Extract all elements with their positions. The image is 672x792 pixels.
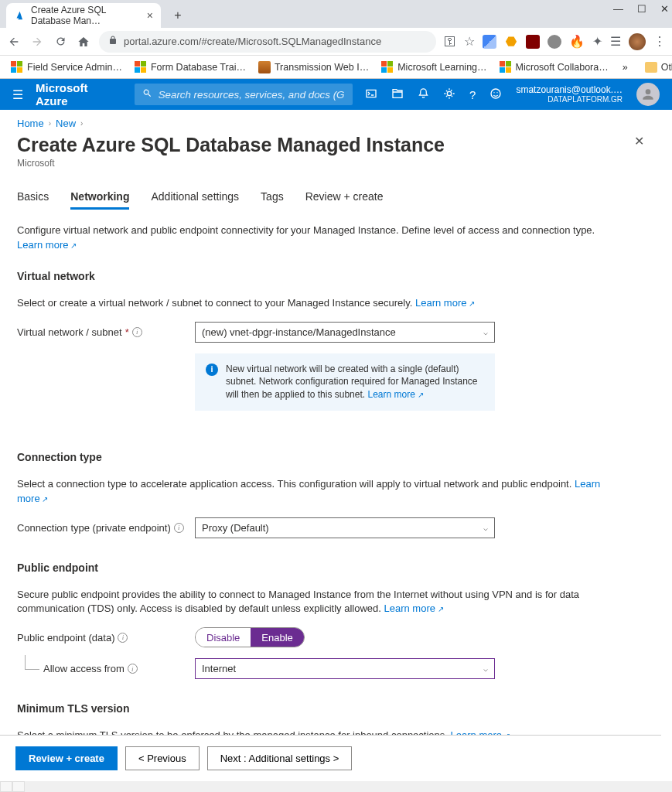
connection-type-select[interactable]: Proxy (Default) ⌵ bbox=[195, 517, 495, 538]
learn-more-link[interactable]: Learn more bbox=[367, 389, 423, 400]
tab-review-create[interactable]: Review + create bbox=[305, 190, 384, 210]
address-bar[interactable]: portal.azure.com/#create/Microsoft.SQLMa… bbox=[99, 31, 436, 53]
pub-field-label: Public endpoint (data) i bbox=[17, 632, 195, 644]
toggle-disable[interactable]: Disable bbox=[196, 628, 251, 647]
learn-more-link[interactable]: Learn more bbox=[415, 297, 475, 309]
extensions-icon[interactable]: ✦ bbox=[592, 34, 602, 49]
bookmark-favicon bbox=[258, 61, 271, 73]
search-box[interactable] bbox=[135, 84, 353, 105]
page-subtitle: Microsoft bbox=[17, 158, 445, 169]
user-avatar-icon[interactable] bbox=[636, 83, 660, 106]
ublock-ext-icon[interactable] bbox=[526, 35, 540, 49]
intro-text: Configure virtual network and public end… bbox=[17, 224, 605, 253]
search-input[interactable] bbox=[159, 89, 345, 101]
conn-desc: Select a connection type to accelerate a… bbox=[17, 477, 605, 507]
reload-button[interactable] bbox=[53, 34, 68, 50]
browser-tab[interactable]: Create Azure SQL Database Man… × bbox=[6, 3, 161, 28]
windows-icon bbox=[135, 61, 147, 73]
info-bubble-icon: i bbox=[206, 364, 218, 376]
tab-basics[interactable]: Basics bbox=[17, 190, 49, 210]
ext-icon-orange[interactable]: ⬣ bbox=[504, 35, 518, 49]
bookmark-item[interactable]: Form Database Trai… bbox=[130, 59, 251, 76]
chrome-menu-icon[interactable]: ⋮ bbox=[653, 34, 666, 49]
info-icon[interactable]: i bbox=[118, 633, 128, 643]
vnet-desc: Select or create a virtual network / sub… bbox=[17, 296, 605, 311]
bookmarks-bar: Field Service Admin… Form Database Trai…… bbox=[0, 56, 672, 79]
url-text: portal.azure.com/#create/Microsoft.SQLMa… bbox=[124, 36, 381, 47]
info-icon[interactable]: i bbox=[132, 327, 142, 337]
close-panel-icon[interactable]: ✕ bbox=[634, 134, 644, 148]
windows-icon bbox=[11, 61, 23, 73]
bookmark-item[interactable]: Microsoft Collabora… bbox=[495, 59, 613, 76]
help-icon[interactable]: ? bbox=[469, 88, 476, 101]
forward-button[interactable] bbox=[29, 34, 45, 50]
window-close-icon[interactable]: ✕ bbox=[660, 3, 669, 15]
windows-icon bbox=[381, 61, 394, 73]
vnet-field-label: Virtual network / subnet * i bbox=[17, 326, 195, 338]
learn-more-link[interactable]: Learn more bbox=[17, 239, 77, 251]
close-icon[interactable]: × bbox=[147, 9, 153, 22]
svg-point-1 bbox=[494, 92, 495, 93]
ext-icon-grey[interactable] bbox=[547, 35, 561, 49]
breadcrumb-home[interactable]: Home bbox=[17, 118, 44, 129]
learn-more-link[interactable]: Learn more bbox=[384, 603, 443, 614]
breadcrumb-new[interactable]: New bbox=[56, 118, 76, 129]
breadcrumb: Home › New › bbox=[17, 118, 644, 129]
bookmark-item[interactable]: Microsoft Learning… bbox=[377, 59, 491, 76]
settings-icon[interactable] bbox=[443, 87, 455, 102]
public-endpoint-toggle[interactable]: Disable Enable bbox=[195, 627, 305, 647]
conn-heading: Connection type bbox=[17, 451, 644, 463]
user-account[interactable]: smatzouranis@outlook.… DATAPLATFORM.GR bbox=[516, 84, 623, 104]
next-button[interactable]: Next : Additional settings > bbox=[207, 746, 353, 770]
star-icon[interactable]: ☆ bbox=[464, 34, 475, 49]
page-title: Create Azure SQL Database Managed Instan… bbox=[17, 134, 445, 156]
window-minimize-icon[interactable]: — bbox=[613, 3, 623, 15]
ext-icon-flame[interactable]: 🔥 bbox=[569, 34, 585, 49]
reading-list-icon[interactable]: ☰ bbox=[610, 34, 621, 49]
other-bookmarks[interactable]: Other bookmarks bbox=[640, 60, 672, 75]
svg-point-0 bbox=[491, 89, 500, 98]
previous-button[interactable]: < Previous bbox=[125, 746, 200, 770]
chevron-right-icon: › bbox=[49, 119, 51, 128]
user-domain: DATAPLATFORM.GR bbox=[516, 95, 623, 104]
tab-networking[interactable]: Networking bbox=[70, 190, 129, 210]
horizontal-scrollbar[interactable] bbox=[0, 781, 672, 792]
info-icon[interactable]: i bbox=[128, 664, 138, 674]
vnet-subnet-select[interactable]: (new) vnet-dpgr-instance/ManagedInstance… bbox=[195, 322, 495, 343]
windows-icon bbox=[500, 61, 512, 73]
key-icon[interactable]: ⚿ bbox=[444, 35, 456, 49]
home-button[interactable] bbox=[76, 34, 91, 50]
chevron-right-icon: › bbox=[80, 119, 83, 128]
main-scroll-area[interactable]: Home › New › Create Azure SQL Database M… bbox=[0, 110, 661, 781]
allow-access-select[interactable]: Internet ⌵ bbox=[195, 658, 495, 679]
review-create-button[interactable]: Review + create bbox=[15, 746, 118, 770]
chevron-down-icon: ⌵ bbox=[483, 664, 488, 673]
conn-field-label: Connection type (private endpoint) i bbox=[17, 522, 195, 534]
search-icon bbox=[142, 88, 152, 101]
wizard-tabs: Basics Networking Additional settings Ta… bbox=[17, 190, 644, 210]
chevron-down-icon: ⌵ bbox=[483, 524, 488, 532]
back-button[interactable] bbox=[6, 34, 22, 50]
folder-icon bbox=[645, 62, 657, 73]
bookmarks-overflow[interactable]: » bbox=[616, 62, 634, 73]
allow-access-label: Allow access from i bbox=[17, 663, 195, 674]
bookmark-item[interactable]: Field Service Admin… bbox=[6, 59, 127, 76]
tab-additional-settings[interactable]: Additional settings bbox=[151, 190, 239, 210]
feedback-icon[interactable] bbox=[490, 87, 502, 102]
bookmark-item[interactable]: Transmission Web I… bbox=[254, 59, 374, 76]
wizard-footer: Review + create < Previous Next : Additi… bbox=[0, 735, 661, 781]
notifications-icon[interactable] bbox=[418, 87, 429, 101]
tab-tags[interactable]: Tags bbox=[261, 190, 284, 210]
profile-avatar[interactable] bbox=[629, 33, 646, 50]
new-tab-button[interactable]: + bbox=[167, 5, 189, 26]
directories-icon[interactable] bbox=[391, 87, 404, 102]
svg-point-2 bbox=[497, 92, 498, 93]
menu-icon[interactable]: ☰ bbox=[12, 87, 23, 102]
toggle-enable[interactable]: Enable bbox=[251, 628, 303, 647]
azure-favicon bbox=[14, 10, 25, 21]
cloud-shell-icon[interactable] bbox=[365, 87, 377, 102]
window-maximize-icon[interactable]: ☐ bbox=[637, 3, 646, 15]
brand-text[interactable]: Microsoft Azure bbox=[36, 81, 122, 108]
translate-ext-icon[interactable] bbox=[483, 35, 496, 49]
info-icon[interactable]: i bbox=[174, 523, 184, 533]
